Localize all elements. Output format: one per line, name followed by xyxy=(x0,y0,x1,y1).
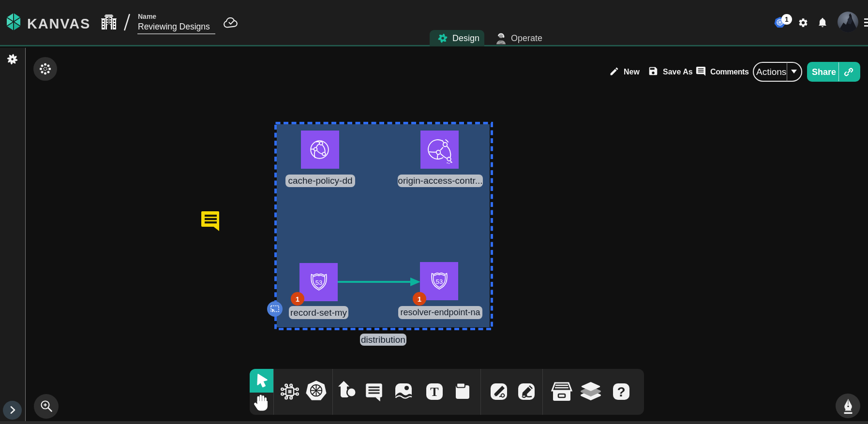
svg-text:?: ? xyxy=(617,384,625,399)
svg-text:53: 53 xyxy=(315,279,322,286)
svg-text:T: T xyxy=(430,385,438,399)
svg-text:53: 53 xyxy=(436,278,443,285)
